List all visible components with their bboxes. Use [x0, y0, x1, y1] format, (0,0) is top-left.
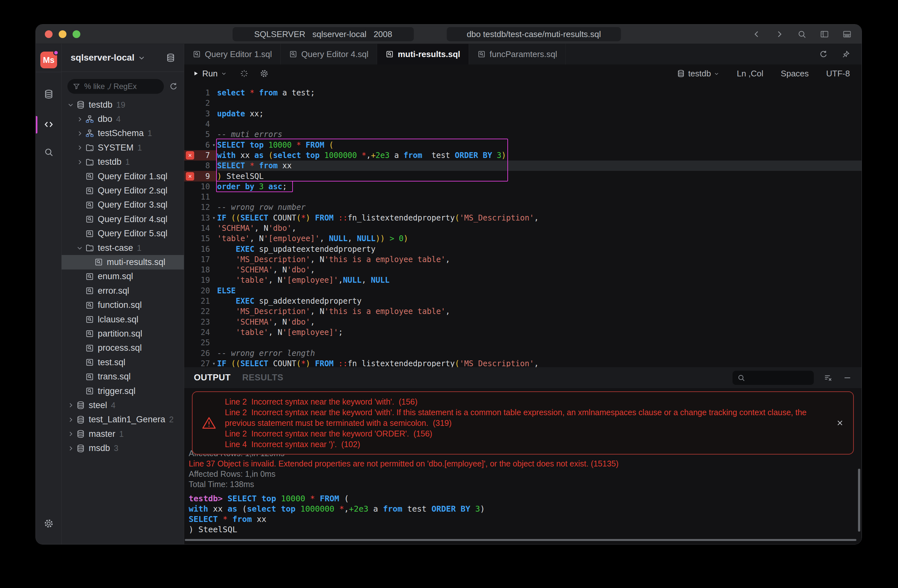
code-line-14[interactable]: 14'SCHEMA', N'dbo', [184, 223, 861, 233]
fold-icon[interactable]: ▾ [211, 142, 217, 148]
collapse-panel-icon[interactable] [843, 373, 852, 382]
code-line-2[interactable]: 2 [184, 98, 861, 108]
code-line-22[interactable]: 22 'MS_Description', N'this is a employe… [184, 306, 861, 316]
back-icon[interactable] [752, 29, 761, 39]
tree-item-test-sql[interactable]: test.sql [62, 355, 184, 370]
run-button[interactable]: Run [192, 69, 227, 79]
horizontal-scrollbar[interactable] [185, 539, 856, 541]
code-line-5[interactable]: 5-- muti errors [184, 129, 861, 140]
tree-item-muti-results-sql[interactable]: muti-results.sql [62, 255, 184, 269]
chevron-down-icon[interactable] [66, 101, 75, 108]
code-editor[interactable]: 1select * from a test;23update xx;45-- m… [184, 83, 861, 367]
rail-search-button[interactable] [36, 143, 61, 161]
search-icon[interactable] [797, 29, 807, 39]
code-line-10[interactable]: 10order by 3 asc; [184, 181, 861, 192]
zoom-window-button[interactable] [72, 30, 80, 38]
tree-item-steel[interactable]: steel4 [62, 398, 184, 412]
toggle-bottom-panel-icon[interactable] [842, 29, 852, 39]
code-line-11[interactable]: 11 [184, 192, 861, 202]
code-line-7[interactable]: 7with xx as (select top 1000000 *,+2e3 a… [184, 150, 861, 161]
refresh-icon[interactable] [169, 82, 178, 91]
tab-results[interactable]: RESULTS [242, 373, 283, 383]
code-line-23[interactable]: 23 'SCHEMA', N'dbo', [184, 317, 861, 327]
code-line-16[interactable]: 16 EXEC sp_updateextendedproperty [184, 244, 861, 254]
titlebar-path-pill[interactable]: dbo testdb/test-case/muti-results.sql [447, 27, 621, 41]
fold-icon[interactable]: ▾ [211, 215, 217, 221]
tree-item-msdb[interactable]: msdb3 [62, 441, 184, 455]
chevron-right-icon[interactable] [75, 159, 84, 166]
chevron-right-icon[interactable] [66, 402, 75, 409]
tab-muti-results-sql[interactable]: muti-results.sql [377, 44, 469, 64]
code-line-8[interactable]: 8SELECT * from xx [184, 161, 861, 171]
tab-funcparamters-sql[interactable]: funcParamters.sql [469, 44, 566, 64]
tree-item-test-case[interactable]: test-case1 [62, 241, 184, 255]
chevron-right-icon[interactable] [75, 116, 84, 123]
code-line-20[interactable]: 20ELSE [184, 286, 861, 296]
code-line-21[interactable]: 21 EXEC sp_addextendedproperty [184, 296, 861, 306]
output-search-input[interactable] [732, 371, 814, 385]
encoding[interactable]: UTF-8 [826, 69, 850, 79]
tree-item-query-editor-4-sql[interactable]: Query Editor 4.sql [62, 212, 184, 226]
tree-item-test-latin1-genera[interactable]: test_Latin1_Genera2 [62, 413, 184, 427]
tree-item-master[interactable]: master1 [62, 427, 184, 441]
forward-icon[interactable] [775, 29, 784, 39]
tree-item-query-editor-1-sql[interactable]: Query Editor 1.sql [62, 169, 184, 183]
database-selector[interactable]: testdb [677, 69, 719, 79]
code-line-27[interactable]: 27▾IF ((SELECT COUNT(*) FROM ::fn_listex… [184, 358, 861, 367]
clear-output-icon[interactable] [824, 373, 832, 382]
chevron-down-icon[interactable] [138, 54, 146, 61]
code-line-1[interactable]: 1select * from a test; [184, 88, 861, 98]
tree-item-error-sql[interactable]: error.sql [62, 284, 184, 298]
chevron-right-icon[interactable] [66, 445, 75, 452]
close-icon[interactable] [836, 419, 844, 427]
indent-mode[interactable]: Spaces [781, 69, 809, 79]
tab-output[interactable]: OUTPUT [194, 373, 231, 383]
code-line-3[interactable]: 3update xx; [184, 109, 861, 119]
tab-query-editor-1-sql[interactable]: Query Editor 1.sql [184, 44, 281, 64]
tree-item-testschema[interactable]: testSchema1 [62, 126, 184, 141]
code-line-15[interactable]: 15'table', N'[employee]', NULL, NULL)) >… [184, 233, 861, 244]
tree-filter-input[interactable]: % like ,/ RegEx [68, 79, 164, 94]
database-icon[interactable] [166, 53, 175, 63]
tree-item-process-sql[interactable]: process.sql [62, 341, 184, 355]
rail-settings-button[interactable] [36, 514, 61, 533]
tree-item-partition-sql[interactable]: partition.sql [62, 327, 184, 341]
tree-item-lclause-sql[interactable]: lclause.sql [62, 312, 184, 327]
chevron-right-icon[interactable] [66, 430, 75, 438]
chevron-right-icon[interactable] [75, 144, 84, 151]
chevron-right-icon[interactable] [75, 130, 84, 137]
tree-item-trans-sql[interactable]: trans.sql [62, 370, 184, 384]
rail-editor-button[interactable] [36, 115, 61, 134]
code-line-4[interactable]: 4 [184, 119, 861, 129]
code-line-26[interactable]: 26-- wrong error length [184, 348, 861, 358]
tree-item-testdb[interactable]: testdb19 [62, 98, 184, 112]
pin-icon[interactable] [841, 50, 850, 59]
code-line-18[interactable]: 18 'SCHEMA', N'dbo', [184, 265, 861, 275]
tree-item-dbo[interactable]: dbo4 [62, 112, 184, 126]
tree-item-system[interactable]: SYSTEM1 [62, 141, 184, 155]
connection-header[interactable]: sqlserver-local [62, 44, 184, 72]
tab-query-editor-4-sql[interactable]: Query Editor 4.sql [281, 44, 377, 64]
code-line-24[interactable]: 24 'table', N'[employee]'; [184, 327, 861, 338]
code-line-9[interactable]: 9) SteelSQL [184, 171, 861, 181]
code-line-17[interactable]: 17 'MS_Description', N'this is a employe… [184, 254, 861, 265]
code-line-25[interactable]: 25 [184, 338, 861, 348]
code-line-19[interactable]: 19 'table', N'[employee]',NULL, NULL [184, 275, 861, 285]
titlebar-connection-pill[interactable]: SQLSERVER sqlserver-local 2008 [232, 27, 414, 41]
tree-item-function-sql[interactable]: function.sql [62, 298, 184, 312]
tree-item-query-editor-3-sql[interactable]: Query Editor 3.sql [62, 198, 184, 212]
gear-icon[interactable] [260, 69, 269, 78]
fold-icon[interactable]: ▾ [211, 361, 217, 367]
tree-item-trigger-sql[interactable]: trigger.sql [62, 384, 184, 398]
tree-item-query-editor-2-sql[interactable]: Query Editor 2.sql [62, 183, 184, 198]
chevron-down-icon[interactable] [75, 244, 84, 252]
toggle-sidebar-icon[interactable] [820, 29, 829, 39]
cursor-position[interactable]: Ln ,Col [737, 69, 763, 79]
tree-item-enum-sql[interactable]: enum.sql [62, 270, 184, 284]
minimize-window-button[interactable] [59, 30, 66, 38]
close-window-button[interactable] [45, 30, 52, 38]
code-line-12[interactable]: 12-- wrong row number [184, 202, 861, 212]
rail-database-button[interactable] [36, 85, 61, 103]
chevron-right-icon[interactable] [66, 416, 75, 423]
tree-item-query-editor-5-sql[interactable]: Query Editor 5.sql [62, 227, 184, 241]
